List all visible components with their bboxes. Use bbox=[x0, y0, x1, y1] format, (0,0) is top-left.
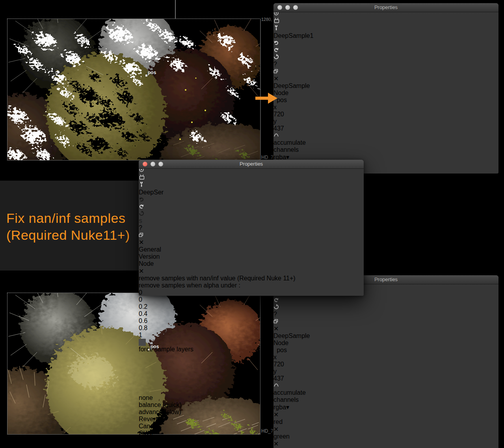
pos-x-label: x bbox=[273, 104, 498, 111]
minimize-window-icon[interactable] bbox=[285, 5, 290, 10]
viewer-format-width-label: 1280, bbox=[261, 17, 272, 22]
radio-none-label: none bbox=[139, 394, 364, 401]
viewer-format-name-label: HD_7 bbox=[261, 155, 273, 160]
radio-balance-label: balance (quick) bbox=[139, 401, 364, 409]
redo-button[interactable] bbox=[273, 47, 498, 54]
wrench-settings-button[interactable] bbox=[139, 181, 364, 189]
tick-label: 1 bbox=[139, 332, 364, 339]
close-panel-button[interactable]: ✕ bbox=[139, 239, 364, 246]
slider-end-button[interactable] bbox=[139, 339, 146, 346]
pos-sample-label: pos bbox=[148, 70, 156, 75]
render-furballs-with-nan-artifacts bbox=[7, 19, 260, 160]
force-sample-layers-group-label: force sample layers bbox=[139, 346, 364, 353]
close-button[interactable]: Close bbox=[139, 430, 364, 437]
script-button[interactable]: S bbox=[139, 217, 364, 224]
annotation-text: Fix nan/inf samples (Required Nuke11+) bbox=[6, 210, 130, 244]
undo-button[interactable] bbox=[273, 39, 498, 47]
pos-y-label: y bbox=[273, 118, 498, 125]
window-titlebar[interactable]: Properties bbox=[273, 3, 498, 12]
properties-window-deepsample-before: Properties ▼ DeepSample1 ? ✕ DeepSample … bbox=[273, 3, 498, 174]
pane-divider-top bbox=[175, 0, 176, 19]
radio-advance-label: advance (slow) bbox=[139, 409, 364, 416]
float-window-icon bbox=[139, 233, 143, 237]
help-icon: ? bbox=[139, 224, 142, 231]
redo-button[interactable] bbox=[139, 203, 364, 210]
annotation-line1: Fix nan/inf samples bbox=[6, 210, 130, 227]
undo-icon bbox=[273, 40, 279, 45]
tab-node[interactable]: Node bbox=[139, 260, 364, 267]
zoom-window-icon[interactable] bbox=[293, 5, 298, 10]
properties-window-deepser: Properties ▼ DeepSer S ? ✕ General Versi… bbox=[139, 160, 364, 296]
wrench-settings-button[interactable] bbox=[273, 25, 498, 32]
remove-nan-label: remove samples with nan/inf value (Requi… bbox=[139, 275, 364, 282]
tab-deepsample[interactable]: DeepSample bbox=[273, 82, 498, 90]
wrench-icon bbox=[139, 181, 144, 187]
pos-sample-marker bbox=[145, 75, 147, 77]
traffic-lights bbox=[143, 162, 163, 166]
help-button[interactable]: ? bbox=[273, 61, 498, 68]
loop-arrow-icon bbox=[139, 211, 144, 216]
close-panel-button[interactable]: ✕ bbox=[273, 75, 498, 82]
tick-label: 0.4 bbox=[139, 310, 364, 317]
tab-bar: General Version Node bbox=[139, 246, 364, 267]
curve-icon bbox=[273, 132, 279, 138]
undo-button[interactable] bbox=[139, 196, 364, 203]
remove-nan-checkbox[interactable]: ✕ bbox=[139, 267, 364, 275]
help-button[interactable]: ? bbox=[139, 224, 364, 231]
window-titlebar[interactable]: Properties bbox=[139, 160, 364, 169]
blue-channel-checkbox[interactable]: ✕ bbox=[273, 440, 498, 448]
monitor-output-button[interactable] bbox=[273, 17, 498, 25]
minimize-window-icon[interactable] bbox=[151, 162, 155, 166]
float-window-icon bbox=[273, 69, 278, 73]
close-icon: ✕ bbox=[139, 239, 144, 246]
node-toolbar: ▼ DeepSample1 ? ✕ bbox=[273, 3, 498, 82]
redo-icon bbox=[139, 204, 144, 209]
tv-icon bbox=[139, 174, 145, 180]
close-window-icon[interactable] bbox=[277, 5, 282, 10]
tab-version[interactable]: Version bbox=[139, 253, 364, 260]
nan-row-pointer-arrow-icon bbox=[255, 93, 277, 104]
animation-curve-button[interactable] bbox=[273, 132, 281, 139]
tick-label: 0.6 bbox=[139, 317, 364, 325]
tick-label: 0.2 bbox=[139, 303, 364, 310]
float-window-button[interactable] bbox=[273, 68, 498, 75]
remove-alpha-label: remove samples when alpha under : bbox=[139, 282, 364, 289]
loop-arrow-icon bbox=[273, 54, 279, 59]
viewer-image-broken[interactable] bbox=[7, 19, 260, 161]
tab-bar: DeepSample Node bbox=[273, 82, 498, 97]
pos-x-field[interactable]: 720 bbox=[273, 111, 300, 118]
nuke-desktop: { "annotation": {"line1": "Fix nan/inf s… bbox=[0, 0, 504, 448]
zoom-window-icon[interactable] bbox=[158, 162, 163, 166]
force-sample-layers-group bbox=[139, 353, 351, 394]
node-name-field[interactable]: DeepSample1 bbox=[273, 32, 498, 39]
revert-button[interactable]: Revert bbox=[139, 416, 364, 423]
window-title: Properties bbox=[273, 3, 498, 12]
tick-label: 0 bbox=[139, 296, 364, 303]
node-name-field[interactable]: DeepSer bbox=[139, 189, 364, 196]
pos-y-field[interactable]: 437 bbox=[273, 125, 300, 132]
tv-icon bbox=[273, 17, 280, 23]
float-window-button[interactable] bbox=[139, 231, 364, 239]
wrench-icon bbox=[273, 25, 279, 31]
help-icon: ? bbox=[273, 61, 277, 67]
undo-icon bbox=[139, 197, 144, 202]
traffic-lights bbox=[277, 5, 298, 10]
tab-general[interactable]: General bbox=[139, 246, 364, 253]
alpha-threshold-field[interactable]: 0 bbox=[139, 289, 167, 296]
s-badge-icon: S bbox=[139, 218, 142, 224]
accumulate-label: accumulate bbox=[273, 139, 498, 146]
tab-node[interactable]: Node bbox=[273, 90, 498, 97]
node-toolbar: ▼ DeepSer S ? ✕ bbox=[139, 160, 364, 246]
channels-label: channels bbox=[273, 146, 294, 153]
revert-loop-button[interactable] bbox=[273, 54, 498, 61]
monitor-output-button[interactable] bbox=[139, 174, 364, 181]
close-icon: ✕ bbox=[273, 75, 279, 82]
window-title: Properties bbox=[139, 160, 364, 168]
close-window-icon[interactable] bbox=[143, 162, 147, 166]
revert-loop-button[interactable] bbox=[139, 210, 364, 217]
tick-label: 0.8 bbox=[139, 325, 364, 332]
cancel-button[interactable]: Cancel bbox=[139, 423, 364, 430]
redo-icon bbox=[273, 47, 279, 52]
annotation-line2: (Required Nuke11+) bbox=[6, 227, 130, 244]
